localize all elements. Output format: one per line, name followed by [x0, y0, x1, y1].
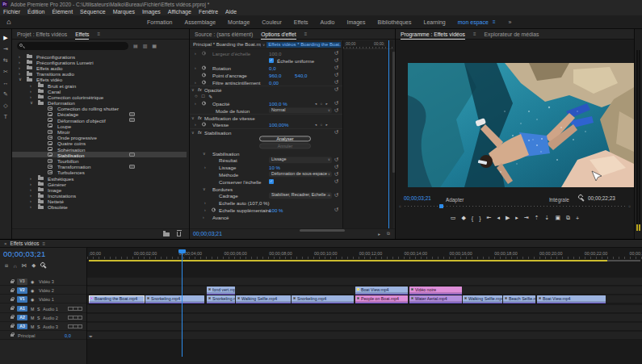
dropdown-method[interactable]: Déformation de sous-espace: [269, 171, 332, 177]
tree-item-generer[interactable]: ›Générer: [12, 181, 187, 186]
track-lane-principal[interactable]: ◂▸: [87, 332, 642, 340]
clip-v1-water-aerial-mp4[interactable]: Water Aerial.mp4: [409, 295, 462, 303]
twirl-icon[interactable]: ›: [19, 54, 20, 59]
tree-item-obsolete[interactable]: ›Obsolète: [12, 204, 187, 210]
track-visibility-icon[interactable]: ◉: [31, 297, 34, 302]
step-back-button[interactable]: ◂: [497, 215, 500, 221]
track-lane-a1[interactable]: [87, 305, 642, 313]
tree-item-deformation-d-objectif[interactable]: Déformation d'objectif: [12, 117, 187, 123]
lock-icon[interactable]: [10, 281, 14, 283]
reset-icon[interactable]: ↺: [334, 207, 338, 213]
workspace-tab-mon-espace[interactable]: mon espace: [458, 19, 489, 25]
keyframe-nav[interactable]: ◂ ○ ▸: [315, 101, 329, 105]
project-view-button-1[interactable]: ▤: [133, 43, 138, 48]
go-to-out-button[interactable]: ⇥: [524, 215, 529, 221]
workspace-tab-couleur[interactable]: Couleur: [262, 19, 282, 25]
twirl-icon[interactable]: ›: [30, 199, 31, 203]
new-bin-icon[interactable]: [163, 232, 170, 236]
stopwatch-icon[interactable]: [202, 123, 206, 127]
reset-icon[interactable]: ↺: [334, 100, 338, 107]
timeline-tab[interactable]: Effets vidéos: [10, 241, 40, 246]
clip-v1-beach-selfie-mp4[interactable]: Beach Selfie.mp4: [503, 295, 535, 303]
timeline-ruler[interactable]: ;00;0000;00;02;0000;00;04;0000;00;06;000…: [87, 249, 642, 259]
master-nav-icon[interactable]: ◂▸: [89, 334, 93, 338]
delete-icon[interactable]: [177, 232, 181, 236]
mute-button[interactable]: M: [31, 307, 34, 312]
ripple-edit-tool[interactable]: ⇆: [3, 57, 8, 63]
twirl-icon[interactable]: ›: [30, 83, 31, 88]
dropdown-framing[interactable]: Stabiliser, Recadrer, Echelle ...: [269, 193, 332, 199]
go-to-in-button[interactable]: ⇤: [487, 215, 492, 221]
tree-item-incrustations[interactable]: ›Incrustations: [12, 193, 187, 199]
program-timecode[interactable]: 00;00;03;21: [404, 195, 431, 201]
export-icon[interactable]: ⧉: [387, 231, 390, 236]
twirl-icon[interactable]: ›: [30, 89, 31, 94]
clip-v1-snorkeling-m[interactable]: Snorkeling.m: [207, 295, 235, 303]
clip-v1-people-on-boat-mp4[interactable]: People on Boat.mp4: [355, 295, 408, 303]
scrubber-playhead[interactable]: [439, 204, 443, 208]
twirl-icon[interactable]: ›: [203, 215, 204, 220]
track-lane-a3[interactable]: [87, 323, 642, 331]
button-editor-button[interactable]: +: [576, 215, 579, 221]
twirl-icon[interactable]: ›: [30, 182, 31, 186]
track-visibility-icon[interactable]: ◉: [31, 288, 34, 293]
playhead-line[interactable]: [182, 250, 183, 357]
lift-button[interactable]: ⇡: [535, 215, 539, 221]
twirl-icon[interactable]: ›: [19, 60, 20, 65]
twirl-icon[interactable]: ›: [195, 101, 196, 106]
twirl-icon[interactable]: ›: [19, 71, 20, 76]
fx-row-value2[interactable]: 540,0: [295, 72, 307, 77]
timeline-timecode[interactable]: 00;00;03;21: [3, 249, 45, 258]
mute-button[interactable]: M: [31, 324, 34, 329]
workspace-tab-images[interactable]: Images: [347, 19, 366, 25]
extract-button[interactable]: ⇣: [545, 215, 550, 221]
lock-icon[interactable]: [10, 334, 14, 337]
master-track-value[interactable]: 0,0: [65, 333, 71, 338]
track-badge-a1[interactable]: A1: [17, 306, 27, 312]
timeline-settings-wrench-icon[interactable]: [40, 262, 47, 270]
tree-item-deformation[interactable]: ∨Déformation: [12, 100, 187, 106]
fx-row-value[interactable]: 100,0: [269, 51, 281, 56]
tree-item-preconfigurations[interactable]: ›Préconfigurations: [12, 53, 187, 59]
pen-tool[interactable]: ✎: [3, 91, 8, 97]
workspace-tab-montage[interactable]: Montage: [228, 19, 250, 25]
stopwatch-icon[interactable]: [202, 80, 206, 84]
reset-icon[interactable]: ↺: [334, 72, 338, 78]
clip-v2-video-noire[interactable]: Vidéo noire: [409, 287, 462, 295]
settings-button[interactable]: ▭: [451, 215, 456, 221]
tree-item-correction-colorimetrique[interactable]: ›Correction colorimétrique: [12, 94, 187, 99]
menu-affichage[interactable]: Affichage: [168, 9, 191, 15]
twirl-icon[interactable]: ›: [195, 122, 196, 127]
stopwatch-icon[interactable]: [202, 73, 206, 77]
linked-selection-icon[interactable]: ⋈: [22, 262, 27, 269]
reset-icon[interactable]: ↺: [334, 86, 338, 93]
tree-item-stabilisation[interactable]: Stabilisation: [12, 152, 187, 157]
track-visibility-icon[interactable]: ◉: [31, 279, 34, 284]
menu-fichier[interactable]: Fichier: [3, 9, 20, 15]
reset-icon[interactable]: ↺: [334, 50, 338, 56]
twirl-icon[interactable]: ∨: [191, 130, 195, 135]
fx-row-value[interactable]: 10 %: [269, 165, 280, 170]
twirl-icon[interactable]: ∨: [19, 77, 22, 82]
tree-item-nettete[interactable]: ›Netteté: [12, 199, 187, 204]
analyze-button[interactable]: Analyser: [259, 136, 311, 141]
menu-sequence[interactable]: Séquence: [80, 9, 106, 15]
track-badge-v2[interactable]: V2: [17, 287, 27, 294]
chevron-down-icon[interactable]: ∨: [262, 43, 265, 47]
add-marker-button[interactable]: ◆: [461, 215, 465, 221]
checkbox[interactable]: ✓: [269, 179, 274, 184]
twirl-icon[interactable]: ∨: [203, 186, 206, 191]
lock-icon[interactable]: [10, 308, 14, 310]
reset-icon[interactable]: ↺: [334, 79, 338, 86]
master-clip-name[interactable]: Principal * Boarding the Boat.mp4: [193, 42, 261, 47]
twirl-icon[interactable]: ›: [30, 187, 31, 192]
workspace-tab-effets[interactable]: Effets: [294, 19, 308, 25]
dropdown-blend-mode[interactable]: Normal: [269, 107, 332, 113]
reset-icon[interactable]: ↺: [334, 65, 338, 71]
project-view-button-3[interactable]: ▦: [152, 43, 157, 48]
dropdown-result[interactable]: Lissage: [269, 157, 332, 163]
tree-item-loupe[interactable]: Loupe: [12, 123, 187, 128]
tree-item-bruit-et-grain[interactable]: ›Bruit et grain: [12, 82, 187, 88]
export-frame-button[interactable]: ▣: [555, 215, 560, 221]
effect-playhead[interactable]: [388, 40, 389, 228]
